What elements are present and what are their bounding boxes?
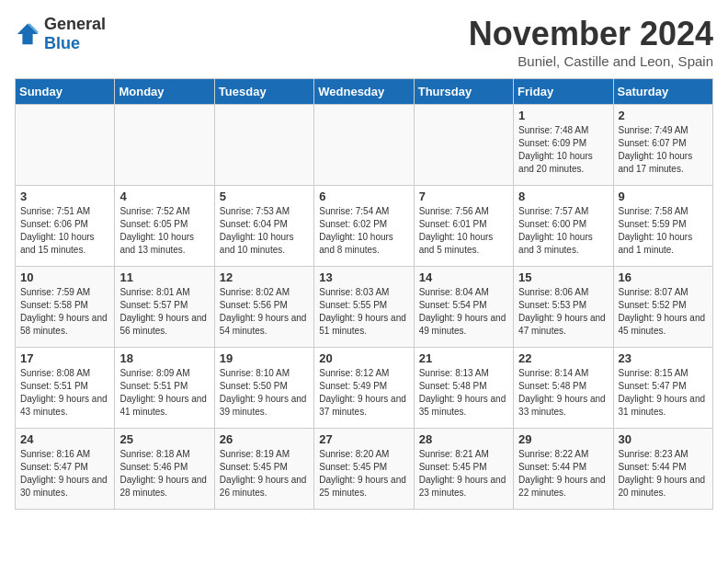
header-saturday: Saturday [613, 79, 712, 105]
day-number: 19 [220, 351, 309, 365]
calendar-cell: 16Sunrise: 8:07 AM Sunset: 5:52 PM Dayli… [613, 267, 712, 348]
day-info: Sunrise: 8:04 AM Sunset: 5:54 PM Dayligh… [419, 286, 508, 338]
day-number: 21 [419, 351, 508, 365]
header-friday: Friday [514, 79, 613, 105]
day-info: Sunrise: 8:01 AM Sunset: 5:57 PM Dayligh… [119, 286, 209, 338]
day-info: Sunrise: 8:19 AM Sunset: 5:45 PM Dayligh… [220, 448, 309, 500]
calendar-cell: 9Sunrise: 7:58 AM Sunset: 5:59 PM Daylig… [613, 186, 712, 267]
day-info: Sunrise: 7:56 AM Sunset: 6:01 PM Dayligh… [419, 205, 508, 257]
logo-general: General [44, 15, 106, 33]
calendar-cell: 4Sunrise: 7:52 AM Sunset: 6:05 PM Daylig… [115, 186, 214, 267]
calendar-table: SundayMondayTuesdayWednesdayThursdayFrid… [15, 78, 713, 510]
day-number: 29 [518, 432, 608, 446]
day-number: 10 [20, 270, 109, 284]
day-info: Sunrise: 8:06 AM Sunset: 5:53 PM Dayligh… [518, 286, 608, 338]
day-number: 2 [619, 109, 708, 122]
day-number: 8 [518, 190, 608, 203]
day-info: Sunrise: 8:22 AM Sunset: 5:44 PM Dayligh… [518, 448, 608, 500]
day-info: Sunrise: 8:14 AM Sunset: 5:48 PM Dayligh… [518, 367, 608, 419]
day-info: Sunrise: 8:09 AM Sunset: 5:51 PM Dayligh… [119, 367, 209, 419]
header-thursday: Thursday [414, 79, 513, 105]
calendar-cell: 23Sunrise: 8:15 AM Sunset: 5:47 PM Dayli… [613, 348, 712, 429]
header-monday: Monday [115, 79, 214, 105]
day-number: 6 [319, 190, 408, 203]
calendar-cell: 28Sunrise: 8:21 AM Sunset: 5:45 PM Dayli… [414, 429, 513, 510]
day-info: Sunrise: 7:51 AM Sunset: 6:06 PM Dayligh… [20, 205, 109, 257]
day-number: 9 [619, 190, 708, 203]
day-number: 17 [20, 351, 109, 365]
calendar-cell [115, 105, 214, 186]
day-number: 5 [220, 190, 309, 203]
day-info: Sunrise: 7:54 AM Sunset: 6:02 PM Dayligh… [319, 205, 408, 257]
day-number: 7 [419, 190, 508, 203]
calendar-cell: 3Sunrise: 7:51 AM Sunset: 6:06 PM Daylig… [16, 186, 115, 267]
day-number: 16 [619, 270, 708, 284]
day-info: Sunrise: 7:58 AM Sunset: 5:59 PM Dayligh… [619, 205, 708, 257]
calendar-header-row: SundayMondayTuesdayWednesdayThursdayFrid… [16, 79, 713, 105]
logo: General Blue [15, 15, 106, 53]
calendar-cell: 30Sunrise: 8:23 AM Sunset: 5:44 PM Dayli… [613, 429, 712, 510]
day-number: 3 [20, 190, 109, 203]
calendar-cell: 25Sunrise: 8:18 AM Sunset: 5:46 PM Dayli… [115, 429, 214, 510]
day-number: 26 [220, 432, 309, 446]
day-info: Sunrise: 8:07 AM Sunset: 5:52 PM Dayligh… [619, 286, 708, 338]
calendar-cell: 24Sunrise: 8:16 AM Sunset: 5:47 PM Dayli… [16, 429, 115, 510]
calendar-cell [414, 105, 513, 186]
day-number: 4 [119, 190, 209, 203]
calendar-cell: 11Sunrise: 8:01 AM Sunset: 5:57 PM Dayli… [115, 267, 214, 348]
header-sunday: Sunday [16, 79, 115, 105]
day-info: Sunrise: 8:08 AM Sunset: 5:51 PM Dayligh… [20, 367, 109, 419]
day-number: 25 [119, 432, 209, 446]
logo-blue: Blue [44, 34, 80, 52]
calendar-week-4: 17Sunrise: 8:08 AM Sunset: 5:51 PM Dayli… [16, 348, 713, 429]
calendar-cell: 29Sunrise: 8:22 AM Sunset: 5:44 PM Dayli… [514, 429, 613, 510]
page-header: General Blue November 2024 Buniel, Casti… [15, 15, 713, 69]
calendar-cell: 2Sunrise: 7:49 AM Sunset: 6:07 PM Daylig… [613, 105, 712, 186]
calendar-cell: 18Sunrise: 8:09 AM Sunset: 5:51 PM Dayli… [115, 348, 214, 429]
day-info: Sunrise: 8:13 AM Sunset: 5:48 PM Dayligh… [419, 367, 508, 419]
day-info: Sunrise: 8:15 AM Sunset: 5:47 PM Dayligh… [619, 367, 708, 419]
day-number: 1 [518, 109, 608, 122]
day-info: Sunrise: 7:49 AM Sunset: 6:07 PM Dayligh… [619, 124, 708, 176]
calendar-cell: 1Sunrise: 7:48 AM Sunset: 6:09 PM Daylig… [514, 105, 613, 186]
calendar-week-1: 1Sunrise: 7:48 AM Sunset: 6:09 PM Daylig… [16, 105, 713, 186]
calendar-cell [16, 105, 115, 186]
day-info: Sunrise: 8:16 AM Sunset: 5:47 PM Dayligh… [20, 448, 109, 500]
calendar-cell: 17Sunrise: 8:08 AM Sunset: 5:51 PM Dayli… [16, 348, 115, 429]
svg-marker-0 [17, 24, 38, 44]
calendar-cell: 22Sunrise: 8:14 AM Sunset: 5:48 PM Dayli… [514, 348, 613, 429]
calendar-cell: 6Sunrise: 7:54 AM Sunset: 6:02 PM Daylig… [314, 186, 414, 267]
day-number: 28 [419, 432, 508, 446]
location-title: Buniel, Castille and Leon, Spain [469, 53, 713, 69]
calendar-cell: 12Sunrise: 8:02 AM Sunset: 5:56 PM Dayli… [214, 267, 313, 348]
day-number: 18 [119, 351, 209, 365]
logo-icon [15, 21, 40, 47]
day-number: 27 [319, 432, 408, 446]
calendar-cell: 15Sunrise: 8:06 AM Sunset: 5:53 PM Dayli… [514, 267, 613, 348]
day-info: Sunrise: 8:18 AM Sunset: 5:46 PM Dayligh… [119, 448, 209, 500]
day-info: Sunrise: 8:21 AM Sunset: 5:45 PM Dayligh… [419, 448, 508, 500]
calendar-week-2: 3Sunrise: 7:51 AM Sunset: 6:06 PM Daylig… [16, 186, 713, 267]
calendar-cell: 20Sunrise: 8:12 AM Sunset: 5:49 PM Dayli… [314, 348, 414, 429]
calendar-cell [314, 105, 414, 186]
day-info: Sunrise: 8:02 AM Sunset: 5:56 PM Dayligh… [220, 286, 309, 338]
day-number: 24 [20, 432, 109, 446]
calendar-cell: 13Sunrise: 8:03 AM Sunset: 5:55 PM Dayli… [314, 267, 414, 348]
day-info: Sunrise: 7:53 AM Sunset: 6:04 PM Dayligh… [220, 205, 309, 257]
day-info: Sunrise: 7:52 AM Sunset: 6:05 PM Dayligh… [119, 205, 209, 257]
day-info: Sunrise: 8:20 AM Sunset: 5:45 PM Dayligh… [319, 448, 408, 500]
day-info: Sunrise: 7:48 AM Sunset: 6:09 PM Dayligh… [518, 124, 608, 176]
header-wednesday: Wednesday [314, 79, 414, 105]
calendar-week-3: 10Sunrise: 7:59 AM Sunset: 5:58 PM Dayli… [16, 267, 713, 348]
day-number: 23 [619, 351, 708, 365]
calendar-cell [214, 105, 313, 186]
day-number: 15 [518, 270, 608, 284]
calendar-cell: 5Sunrise: 7:53 AM Sunset: 6:04 PM Daylig… [214, 186, 313, 267]
calendar-cell: 14Sunrise: 8:04 AM Sunset: 5:54 PM Dayli… [414, 267, 513, 348]
day-number: 20 [319, 351, 408, 365]
calendar-cell: 19Sunrise: 8:10 AM Sunset: 5:50 PM Dayli… [214, 348, 313, 429]
day-info: Sunrise: 8:23 AM Sunset: 5:44 PM Dayligh… [619, 448, 708, 500]
day-number: 11 [119, 270, 209, 284]
day-info: Sunrise: 8:03 AM Sunset: 5:55 PM Dayligh… [319, 286, 408, 338]
calendar-cell: 21Sunrise: 8:13 AM Sunset: 5:48 PM Dayli… [414, 348, 513, 429]
